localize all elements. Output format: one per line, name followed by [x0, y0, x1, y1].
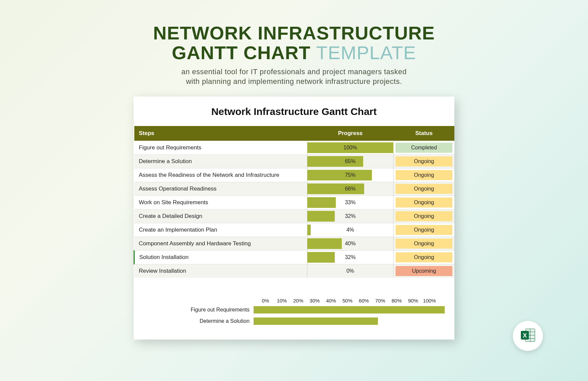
cell-step: Component Assembly and Hardware Testing: [134, 237, 307, 250]
axis-tick: 100%: [421, 298, 438, 303]
cell-status: Ongoing: [394, 182, 454, 196]
cell-step: Work on Site Requirements: [134, 196, 307, 209]
axis-tick: 30%: [306, 298, 323, 303]
bar-label: Figure out Requirements: [150, 307, 254, 313]
bar-row: Figure out Requirements: [150, 305, 438, 315]
status-badge: Ongoing: [396, 156, 452, 166]
subtitle-line2: with planning and implementing network i…: [0, 77, 588, 87]
progress-label: 66%: [307, 186, 394, 192]
cell-step: Solution Installation: [134, 250, 307, 264]
cell-progress: 4%: [307, 223, 394, 237]
cell-status: Ongoing: [394, 223, 454, 237]
table-row[interactable]: Determine a Solution65%Ongoing: [134, 154, 455, 168]
bar-track: [254, 306, 438, 313]
cell-status: Ongoing: [394, 237, 454, 250]
axis-tick: 80%: [389, 298, 405, 303]
cell-step: Determine a Solution: [134, 154, 307, 168]
bar-row: Determine a Solution: [150, 316, 438, 326]
table-row[interactable]: Work on Site Requirements33%Ongoing: [134, 196, 455, 209]
cell-progress: 40%: [307, 237, 394, 250]
cell-step: Assess the Readiness of the Network and …: [134, 168, 307, 182]
bar-fill: [254, 306, 445, 313]
svg-text:X: X: [523, 332, 527, 339]
axis-tick: 60%: [356, 298, 372, 303]
chart-title: Network Infrastructure Gantt Chart: [134, 97, 454, 126]
status-badge: Ongoing: [396, 225, 452, 235]
progress-label: 0%: [307, 268, 394, 274]
progress-label: 4%: [307, 227, 394, 233]
cell-progress: 66%: [307, 182, 394, 196]
table-row[interactable]: Create a Detailed Design32%Ongoing: [134, 209, 455, 223]
cell-status: Ongoing: [394, 154, 454, 168]
bar-chart-area: 0%10%20%30%40%50%60%70%80%90%100% Figure…: [134, 298, 454, 326]
cell-step: Assess Operational Readiness: [134, 182, 307, 196]
axis-row: 0%10%20%30%40%50%60%70%80%90%100%: [257, 298, 438, 303]
cell-status: Ongoing: [394, 250, 454, 264]
cell-status: Upcoming: [394, 264, 454, 278]
table-row[interactable]: Review Installation0%Upcoming: [134, 264, 455, 278]
cell-step: Create a Detailed Design: [134, 209, 307, 223]
cell-progress: 32%: [307, 209, 394, 223]
axis-tick: 90%: [405, 298, 421, 303]
table-row[interactable]: Assess the Readiness of the Network and …: [134, 168, 455, 182]
axis-tick: 50%: [339, 298, 355, 303]
cell-status: Ongoing: [394, 196, 454, 209]
cell-status: Ongoing: [394, 168, 454, 182]
title-line2b: TEMPLATE: [316, 42, 416, 63]
table-row[interactable]: Figure out Requirements100%Completed: [134, 141, 455, 154]
status-badge: Ongoing: [396, 239, 452, 249]
axis-tick: 20%: [290, 298, 306, 303]
progress-label: 65%: [307, 158, 394, 164]
bar-fill: [254, 318, 378, 325]
status-badge: Ongoing: [396, 184, 452, 194]
subtitle-line1: an essential tool for IT professionals a…: [0, 67, 588, 77]
chart-card: Network Infrastructure Gantt Chart Steps…: [134, 97, 454, 340]
axis-tick: 10%: [274, 298, 290, 303]
cell-step: Figure out Requirements: [134, 141, 307, 154]
axis-tick: 0%: [257, 298, 274, 303]
bar-label: Determine a Solution: [150, 318, 254, 324]
title-line2a: GANTT CHART: [172, 42, 310, 63]
axis-tick: 40%: [323, 298, 339, 303]
bar-track: [254, 318, 438, 325]
excel-badge[interactable]: X: [513, 321, 543, 351]
progress-label: 40%: [307, 241, 394, 247]
progress-label: 32%: [307, 254, 394, 260]
gantt-table: Steps Progress Status Figure out Require…: [134, 126, 454, 278]
status-badge: Ongoing: [396, 211, 452, 221]
status-badge: Upcoming: [396, 266, 452, 276]
progress-label: 33%: [307, 200, 394, 206]
table-row[interactable]: Component Assembly and Hardware Testing4…: [134, 237, 455, 250]
col-header-steps: Steps: [134, 126, 307, 141]
progress-label: 75%: [307, 172, 394, 178]
progress-label: 32%: [307, 213, 394, 219]
cell-progress: 75%: [307, 168, 394, 182]
cell-step: Create an Implementation Plan: [134, 223, 307, 237]
status-badge: Ongoing: [396, 252, 452, 262]
status-badge: Ongoing: [396, 198, 452, 208]
status-badge: Completed: [396, 143, 452, 153]
cell-step: Review Installation: [134, 264, 307, 278]
col-header-progress: Progress: [307, 126, 394, 141]
page-title: NETWORK INFRASTRUCTURE GANTT CHART TEMPL…: [0, 0, 588, 63]
subtitle: an essential tool for IT professionals a…: [0, 67, 588, 87]
table-row[interactable]: Solution Installation32%Ongoing: [134, 250, 455, 264]
cell-progress: 100%: [307, 141, 394, 154]
cell-status: Completed: [394, 141, 454, 154]
cell-progress: 33%: [307, 196, 394, 209]
cell-progress: 0%: [307, 264, 394, 278]
cell-progress: 32%: [307, 250, 394, 264]
cell-progress: 65%: [307, 154, 394, 168]
progress-label: 100%: [307, 145, 394, 151]
status-badge: Ongoing: [396, 170, 452, 180]
table-row[interactable]: Create an Implementation Plan4%Ongoing: [134, 223, 455, 237]
axis-tick: 70%: [372, 298, 389, 303]
cell-status: Ongoing: [394, 209, 454, 223]
col-header-status: Status: [394, 126, 454, 141]
excel-icon: X: [520, 327, 536, 345]
title-line1: NETWORK INFRASTRUCTURE: [153, 22, 435, 43]
table-row[interactable]: Assess Operational Readiness66%Ongoing: [134, 182, 455, 196]
